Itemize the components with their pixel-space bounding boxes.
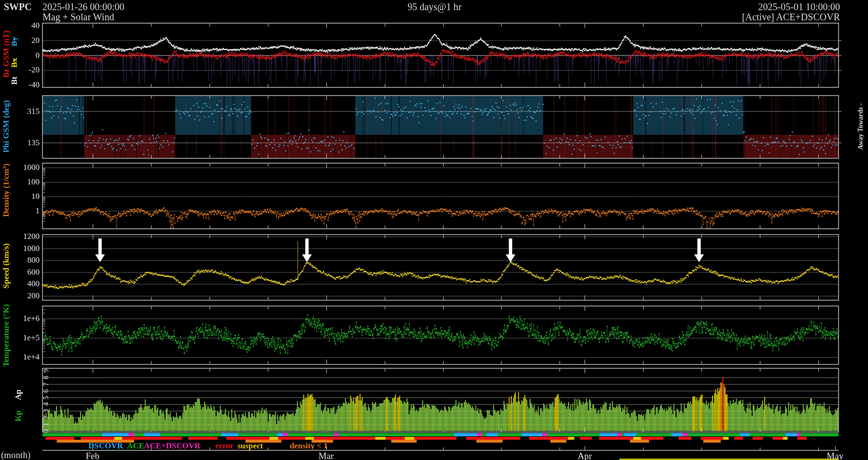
time-span-label: 95 days@1 hr [407,1,462,13]
y-tick-label: 800 [0,255,40,265]
y-tick-label: 200 [0,291,40,301]
y-tick-label: 9 [42,369,50,373]
y-tick-label: 1000 [0,244,40,253]
y-tick-label: 4 [42,403,50,406]
y-tick-label: 1 [0,206,40,216]
y-tick-label: 10 [0,192,40,201]
y-tick-label: -20 [0,65,40,75]
y-tick-label: 1000 [0,163,40,172]
y-axis-label-ap: Ap [14,390,23,400]
end-datetime: 2025-05-01 10:00:00 [758,1,840,13]
legend-item-error: error [215,441,234,451]
start-datetime: 2025-01-26 00:00:00 [42,1,124,13]
status-label: [Active] ACE+DSCOVR [742,12,840,23]
y-tick-label: 7 [42,382,50,386]
y-tick-label: 40 [0,21,40,30]
y-tick-label: 1e+6 [0,314,40,323]
away-towards-label: Away Towards - [857,103,865,150]
y-tick-label: 600 [0,267,40,277]
y-axis-label-kp: Kp [14,411,23,422]
plot-title: Mag + Solar Wind [42,12,114,23]
swpc-solar-wind-plot: SWPC 2025-01-26 00:00:00 95 days@1 hr 20… [0,0,868,460]
legend-item-ace-dscovr: ACE+DSCOVR [144,441,200,451]
y-tick-label: 1 [42,422,50,426]
y-tick-label: 400 [0,279,40,289]
y-tick-label: 8 [42,376,50,379]
y-tick-label: 1e+4 [0,352,40,362]
month-label: May [826,451,843,460]
brand-label: SWPC [4,1,32,13]
y-tick-label: 100 [0,177,40,187]
legend-item-suspect: suspect [238,441,263,451]
y-tick-label: 315 [0,107,40,116]
month-label: Feb [85,451,99,460]
y-tick-label: 135 [0,138,40,148]
month-label: Apr [578,451,592,460]
legend-item-density-1: density < 1 [290,441,328,451]
month-axis-label: (month) [1,450,30,460]
y-tick-label: 1e+5 [0,333,40,343]
month-label: Mar [319,451,334,460]
y-tick-label: 6 [42,389,50,393]
legend-item-dscovr: DSCOVR [88,441,123,451]
plots-canvas [0,0,868,460]
y-tick-label: 2 [42,416,50,419]
y-tick-label: 0 [0,51,40,60]
y-tick-label: 3 [42,409,50,413]
y-tick-label: 5 [42,396,50,400]
y-tick-label: 20 [0,36,40,45]
y-tick-label: 1200 [0,232,40,241]
legend-item-ace: ACE [127,441,144,451]
y-tick-label: 0 [42,429,50,433]
y-tick-label: -40 [0,80,40,90]
